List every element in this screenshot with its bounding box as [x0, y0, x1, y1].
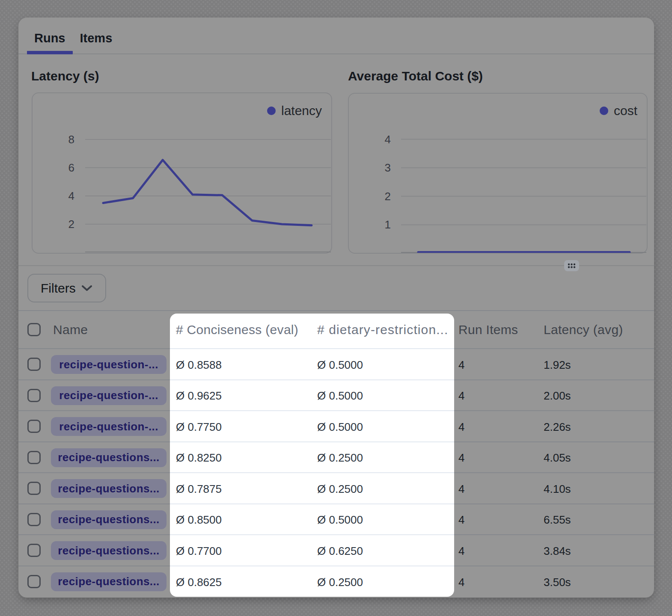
- tab-items-label: Items: [80, 31, 113, 45]
- page-background: { "tabs": [ {"label": "Runs", "active": …: [0, 0, 672, 616]
- run-name-badge[interactable]: recipe-questions...: [51, 541, 167, 560]
- run-name-badge[interactable]: recipe-questions...: [51, 572, 167, 591]
- cell-run-items: 4: [458, 535, 464, 566]
- cell-run-items: 4: [458, 442, 464, 473]
- column-header-name[interactable]: Name: [53, 311, 88, 348]
- cost-chart-legend: cost: [600, 104, 637, 118]
- row-checkbox[interactable]: [27, 389, 41, 402]
- table-row[interactable]: recipe-questions... Ø 0.8500 Ø 0.5000 4 …: [18, 504, 654, 536]
- cell-conciseness: Ø 0.7875: [176, 473, 222, 503]
- cell-conciseness: Ø 0.8500: [176, 504, 222, 535]
- run-name-badge[interactable]: recipe-question-...: [51, 355, 167, 374]
- tab-runs[interactable]: Runs: [27, 18, 73, 53]
- cost-chart-title: Average Total Cost ($): [348, 69, 483, 83]
- card-content: Runs Items Latency (s) Average Total Cos…: [18, 18, 654, 598]
- table-row[interactable]: recipe-question-... Ø 0.8588 Ø 0.5000 4 …: [18, 349, 654, 380]
- cost-legend-label: cost: [614, 104, 637, 118]
- run-name-badge[interactable]: recipe-questions...: [51, 479, 167, 498]
- cell-dietary-restriction: Ø 0.6250: [317, 535, 363, 566]
- row-checkbox[interactable]: [27, 482, 41, 495]
- cell-conciseness: Ø 0.8625: [176, 566, 222, 598]
- cell-run-items: 4: [458, 566, 464, 598]
- cell-run-items: 4: [458, 380, 464, 411]
- row-checkbox[interactable]: [27, 544, 41, 557]
- cell-dietary-restriction: Ø 0.2500: [317, 566, 363, 598]
- cell-run-items: 4: [458, 411, 464, 441]
- grip-dots-icon: [564, 260, 579, 271]
- cell-latency-avg: 3.84s: [544, 535, 571, 566]
- resize-drag-handle[interactable]: [564, 260, 579, 271]
- cell-dietary-restriction: Ø 0.5000: [317, 349, 363, 379]
- cell-latency-avg: 4.10s: [544, 473, 571, 503]
- cost-chart-panel: 1234 cost: [348, 93, 648, 254]
- y-tick-label: 2: [385, 190, 391, 203]
- cell-latency-avg: 2.00s: [544, 380, 571, 411]
- cell-run-items: 4: [458, 349, 464, 379]
- y-tick-label: 4: [385, 133, 391, 146]
- section-divider: [18, 265, 654, 266]
- cell-conciseness: Ø 0.7750: [176, 411, 222, 441]
- row-checkbox[interactable]: [27, 420, 41, 433]
- cell-run-items: 4: [458, 473, 464, 503]
- table-row[interactable]: recipe-question-... Ø 0.7750 Ø 0.5000 4 …: [18, 411, 654, 442]
- row-checkbox[interactable]: [27, 451, 41, 464]
- filters-button-label: Filters: [41, 281, 76, 296]
- table-row[interactable]: recipe-questions... Ø 0.8625 Ø 0.2500 4 …: [18, 566, 654, 598]
- chevron-down-icon: [82, 285, 92, 291]
- table-row[interactable]: recipe-questions... Ø 0.7700 Ø 0.6250 4 …: [18, 535, 654, 566]
- column-header-run-items[interactable]: Run Items: [458, 311, 518, 348]
- cell-dietary-restriction: Ø 0.2500: [317, 442, 363, 473]
- cell-conciseness: Ø 0.7700: [176, 535, 222, 566]
- cell-latency-avg: 1.92s: [544, 349, 571, 379]
- y-tick-label: 2: [68, 218, 74, 231]
- y-tick-label: 4: [68, 190, 74, 202]
- cell-latency-avg: 3.50s: [544, 566, 571, 598]
- latency-legend-label: latency: [281, 104, 322, 118]
- cell-conciseness: Ø 0.8588: [176, 349, 222, 379]
- table-row[interactable]: recipe-question-... Ø 0.9625 Ø 0.5000 4 …: [18, 380, 654, 412]
- run-name-badge[interactable]: recipe-question-...: [51, 417, 167, 436]
- cell-dietary-restriction: Ø 0.2500: [317, 473, 363, 503]
- select-all-checkbox[interactable]: [27, 323, 41, 336]
- active-tab-underline: [27, 51, 73, 54]
- cell-conciseness: Ø 0.9625: [176, 380, 222, 411]
- table-row[interactable]: recipe-questions... Ø 0.8250 Ø 0.2500 4 …: [18, 442, 654, 474]
- run-name-badge[interactable]: recipe-questions...: [51, 510, 167, 529]
- row-checkbox[interactable]: [27, 575, 41, 588]
- cell-latency-avg: 2.26s: [544, 411, 571, 441]
- latency-chart-title: Latency (s): [31, 69, 99, 83]
- cell-dietary-restriction: Ø 0.5000: [317, 380, 363, 411]
- cell-latency-avg: 4.05s: [544, 442, 571, 473]
- cell-latency-avg: 6.55s: [544, 504, 571, 535]
- data-line: [103, 160, 312, 225]
- column-header-latency-avg[interactable]: Latency (avg): [544, 311, 623, 348]
- cell-dietary-restriction: Ø 0.5000: [317, 411, 363, 441]
- tab-bar: Runs Items: [18, 18, 654, 54]
- row-checkbox[interactable]: [27, 513, 41, 526]
- cell-conciseness: Ø 0.8250: [176, 442, 222, 473]
- latency-chart-legend: latency: [267, 104, 322, 118]
- y-tick-label: 3: [385, 161, 391, 174]
- tab-runs-label: Runs: [34, 31, 65, 45]
- y-tick-label: 8: [68, 133, 74, 146]
- y-tick-label: 1: [385, 218, 391, 231]
- dataset-runs-card: Runs Items Latency (s) Average Total Cos…: [18, 18, 654, 598]
- run-name-badge[interactable]: recipe-questions...: [51, 448, 167, 467]
- table-header-row: Name # Conciseness (eval) # dietary-rest…: [18, 310, 654, 349]
- latency-legend-dot-icon: [267, 107, 276, 115]
- latency-chart-panel: 2468 latency: [32, 92, 332, 254]
- filters-button[interactable]: Filters: [27, 274, 106, 302]
- table-row[interactable]: recipe-questions... Ø 0.7875 Ø 0.2500 4 …: [18, 473, 654, 504]
- y-tick-label: 6: [68, 161, 74, 174]
- cell-dietary-restriction: Ø 0.5000: [317, 504, 363, 535]
- cell-run-items: 4: [458, 504, 464, 535]
- column-header-conciseness[interactable]: # Conciseness (eval): [176, 311, 298, 348]
- tab-items[interactable]: Items: [73, 18, 120, 53]
- cost-legend-dot-icon: [600, 107, 608, 115]
- run-name-badge[interactable]: recipe-question-...: [51, 386, 167, 405]
- column-header-dietary[interactable]: # dietary-restriction...: [317, 311, 449, 348]
- row-checkbox[interactable]: [27, 358, 41, 371]
